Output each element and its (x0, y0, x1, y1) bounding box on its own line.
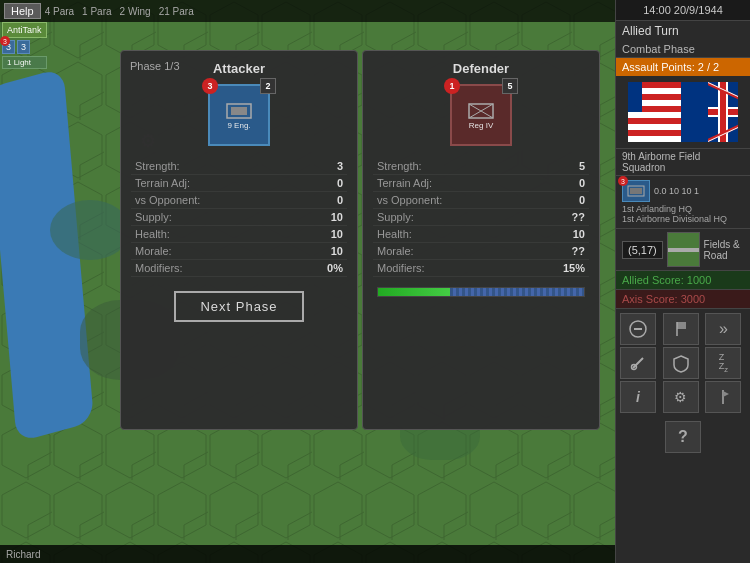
terrain-label: Fields & Road (704, 239, 744, 261)
help-sidebar-button[interactable]: ? (665, 421, 701, 453)
terrain-road (668, 248, 699, 252)
info-button[interactable]: i (620, 381, 656, 413)
sidebar-turn-label: Allied Turn (616, 21, 750, 41)
status-bar: Richard (0, 545, 615, 563)
defender-vs-value: 0 (579, 194, 585, 206)
para-label-3: 2 Wing (120, 6, 151, 17)
sidebar-detail-1: 1st Airlanding HQ (622, 204, 744, 214)
para-label-4: 21 Para (159, 6, 194, 17)
terrain-patch (50, 200, 130, 260)
sidebar-time: 14:00 20/9/1944 (616, 0, 750, 21)
defender-mod-value: 15% (563, 262, 585, 274)
defender-progress-fill2 (450, 288, 584, 296)
attacker-health-value: 10 (331, 228, 343, 240)
attacker-terrain-value: 0 (337, 177, 343, 189)
sidebar-mini-unit-corner: 3 (618, 176, 628, 186)
para-indicators: 4 Para 1 Para 2 Wing 21 Para (45, 6, 194, 17)
defender-supply-label: Supply: (377, 211, 414, 223)
attacker-panel: Phase 1/3 Attacker 3 2 9 Eng. Strength: … (120, 50, 358, 430)
unit-name-label: 9th Airborne Field Squadron (616, 149, 750, 176)
axis-score: Axis Score: 3000 (616, 290, 750, 309)
help-row: ? (616, 417, 750, 457)
sidebar-unit-info: 3 0.0 10 10 1 1st Airlanding HQ 1st Airb… (616, 176, 750, 229)
sleep-icon: ZZz (719, 353, 728, 373)
attacker-corner-black: 2 (260, 78, 276, 94)
svg-line-14 (633, 358, 643, 368)
defender-stats: Strength: 5 Terrain Adj: 0 vs Opponent: … (373, 158, 589, 277)
sidebar-assault-points: Assault Points: 2 / 2 (616, 58, 750, 76)
sidebar-mini-unit: 3 (622, 180, 650, 202)
svg-rect-12 (677, 322, 686, 329)
anti-tank-unit[interactable]: AntiTank 3 3 3 1 Light (2, 22, 47, 69)
defender-strength-value: 5 (579, 160, 585, 172)
defender-unit-label: Reg IV (469, 121, 493, 130)
attacker-unit-card: 3 2 9 Eng. (208, 84, 270, 146)
info-icon: i (636, 389, 640, 405)
flag-container (616, 76, 750, 149)
attacker-unit-label: 9 Eng. (227, 121, 250, 130)
attacker-corner-red: 3 (202, 78, 218, 94)
attacker-strength-value: 3 (337, 160, 343, 172)
attacker-unit-display: 3 2 9 Eng. (131, 84, 347, 146)
defender-vs-label: vs Opponent: (377, 194, 442, 206)
para-label-1: 4 Para (45, 6, 74, 17)
attacker-unit-symbol (224, 101, 254, 121)
sleep-button[interactable]: ZZz (705, 347, 741, 379)
player-name: Richard (6, 549, 40, 560)
fast-forward-button[interactable]: » (705, 313, 741, 345)
attacker-morale-value: 10 (331, 245, 343, 257)
defender-panel: Defender 1 5 Reg IV Strength: 5 (362, 50, 600, 430)
defender-progress-fill (378, 288, 450, 296)
light-unit[interactable]: 1 Light (2, 56, 47, 69)
tools-button[interactable] (620, 347, 656, 379)
combat-overlay: Phase 1/3 Attacker 3 2 9 Eng. Strength: … (120, 50, 600, 430)
sidebar-coord: (5,17) Fields & Road (616, 229, 750, 271)
attacker-mod-value: 0% (327, 262, 343, 274)
defender-health-value: 10 (573, 228, 585, 240)
para-label-2: 1 Para (82, 6, 111, 17)
attacker-mod-label: Modifiers: (135, 262, 183, 274)
us-flag (628, 82, 683, 142)
defender-morale-value: ?? (572, 245, 585, 257)
us-canton (628, 82, 642, 112)
light-label: 1 Light (7, 58, 31, 67)
defender-morale-label: Morale: (377, 245, 414, 257)
gear-icon: ⚙ (674, 389, 687, 405)
top-bar: Help 4 Para 1 Para 2 Wing 21 Para (0, 0, 615, 22)
attacker-terrain-label: Terrain Adj: (135, 177, 190, 189)
question-icon: ? (678, 428, 688, 446)
svg-rect-11 (634, 328, 642, 330)
attacker-supply-value: 10 (331, 211, 343, 223)
allied-score: Allied Score: 1000 (616, 271, 750, 290)
attacker-health-label: Health: (135, 228, 170, 240)
flag-button[interactable] (663, 313, 699, 345)
sidebar: 14:00 20/9/1944 Allied Turn Combat Phase… (615, 0, 750, 563)
sidebar-coord-box: (5,17) (622, 241, 663, 259)
help-button[interactable]: Help (4, 3, 41, 19)
defender-strength-label: Strength: (377, 160, 422, 172)
defender-unit-card: 1 5 Reg IV (450, 84, 512, 146)
defender-title: Defender (373, 61, 589, 76)
next-phase-button[interactable]: Next Phase (174, 291, 303, 322)
shield-button[interactable] (663, 347, 699, 379)
sidebar-unit-stats: 0.0 10 10 1 (654, 186, 699, 196)
defender-mod-label: Modifiers: (377, 262, 425, 274)
attacker-morale-label: Morale: (135, 245, 172, 257)
defender-progress-bar (377, 287, 585, 297)
attacker-vs-value: 0 (337, 194, 343, 206)
terrain-preview (667, 232, 700, 267)
anti-tank-label: AntiTank (7, 25, 42, 35)
attacker-vs-label: vs Opponent: (135, 194, 200, 206)
settings-button[interactable]: ⚙ (663, 381, 699, 413)
attacker-stats: Strength: 3 Terrain Adj: 0 vs Opponent: … (131, 158, 347, 277)
attacker-supply-label: Supply: (135, 211, 172, 223)
mission-button[interactable] (705, 381, 741, 413)
defender-corner-red: 1 (444, 78, 460, 94)
allied-flags (628, 82, 738, 142)
uk-flag (681, 82, 738, 142)
phase-label: Phase 1/3 (130, 60, 180, 72)
sidebar-phase-label: Combat Phase (616, 41, 750, 58)
svg-rect-4 (231, 107, 247, 115)
transport-button[interactable] (620, 313, 656, 345)
sidebar-detail-2: 1st Airborne Divisional HQ (622, 214, 744, 224)
